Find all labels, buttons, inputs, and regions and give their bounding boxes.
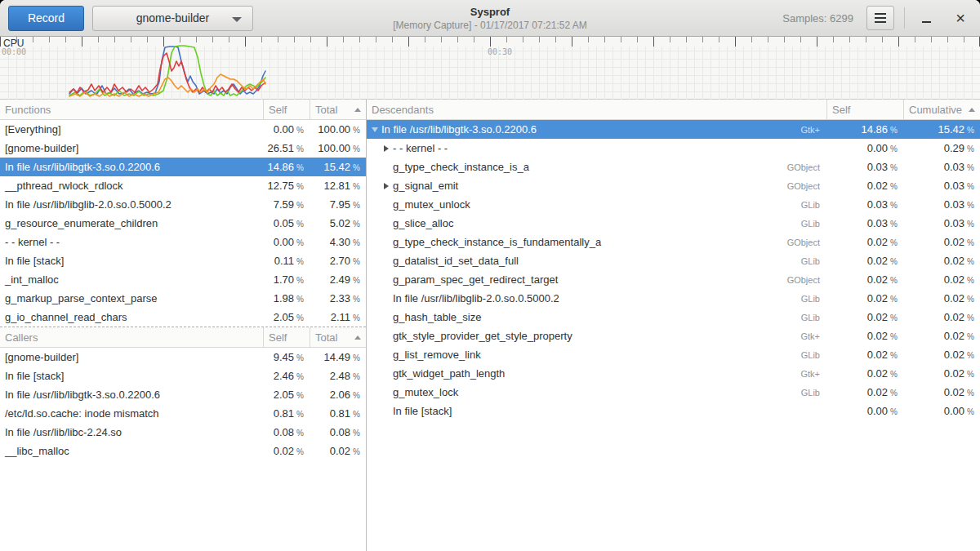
expander-closed-icon[interactable] bbox=[381, 183, 391, 189]
percent-sign: % bbox=[967, 276, 974, 285]
table-row[interactable]: _int_malloc1.70%2.49% bbox=[0, 270, 366, 289]
tree-row[interactable]: g_type_check_instance_is_aGObject0.03%0.… bbox=[367, 158, 980, 176]
function-name-cell: g_markup_parse_context_parse bbox=[0, 292, 263, 304]
samples-count: Samples: 6299 bbox=[782, 12, 853, 24]
function-name: __pthread_rwlock_rdlock bbox=[5, 180, 123, 192]
percent-sign: % bbox=[967, 201, 974, 210]
cumulative-value-number: 0.02 bbox=[944, 273, 964, 286]
library-tag: GLib bbox=[801, 350, 826, 360]
percent-sign: % bbox=[353, 201, 360, 210]
function-name: In file /usr/lib/libc-2.24.so bbox=[5, 426, 122, 438]
functions-total-column-header[interactable]: Total bbox=[310, 100, 366, 119]
window-title: Sysprof bbox=[470, 6, 510, 18]
tree-row[interactable]: gtk_style_provider_get_style_propertyGtk… bbox=[367, 327, 980, 345]
table-row[interactable]: In file /usr/lib/libgtk-3.so.0.2200.62.0… bbox=[0, 385, 366, 404]
tree-row[interactable]: g_slice_allocGLib0.03%0.03% bbox=[367, 214, 980, 233]
tree-row[interactable]: In file /usr/lib/libglib-2.0.so.0.5000.2… bbox=[367, 289, 980, 308]
descendant-name-cell: g_list_remove_linkGLib bbox=[367, 349, 826, 361]
table-row[interactable]: g_markup_parse_context_parse1.98%2.33% bbox=[0, 289, 366, 308]
functions-self-column-header[interactable]: Self bbox=[263, 100, 310, 119]
function-name-cell: In file /usr/lib/libglib-2.0.so.0.5000.2 bbox=[0, 198, 263, 211]
percent-sign: % bbox=[296, 429, 304, 438]
percent-sign: % bbox=[890, 351, 898, 360]
percent-sign: % bbox=[967, 220, 974, 229]
self-value-number: 0.02 bbox=[274, 445, 294, 457]
self-value: 0.02% bbox=[263, 445, 310, 457]
self-value: 0.05% bbox=[263, 217, 310, 229]
expander-open-icon[interactable] bbox=[370, 127, 380, 132]
total-value-number: 100.00 bbox=[318, 123, 350, 136]
total-value-number: 2.70 bbox=[330, 255, 350, 267]
percent-sign: % bbox=[890, 182, 898, 191]
tree-row[interactable]: g_mutex_lockGLib0.02%0.02% bbox=[367, 383, 980, 402]
tree-row[interactable]: - - kernel - -0.00%0.29% bbox=[367, 139, 980, 158]
self-value-number: 0.02 bbox=[867, 255, 888, 267]
tree-row[interactable]: g_mutex_unlockGLib0.03%0.03% bbox=[367, 195, 980, 214]
table-row[interactable]: In file /usr/lib/libgtk-3.so.0.2200.614.… bbox=[0, 158, 366, 176]
minimize-button[interactable] bbox=[915, 6, 938, 30]
descendants-cumulative-column-header[interactable]: Cumulative bbox=[903, 100, 980, 119]
tree-row[interactable]: gtk_widget_path_lengthGtk+0.02%0.02% bbox=[367, 364, 980, 383]
table-row[interactable]: g_io_channel_read_chars2.05%2.11% bbox=[0, 308, 366, 327]
tree-row[interactable]: In file [stack]0.00%0.00% bbox=[367, 402, 980, 420]
total-value: 14.49% bbox=[310, 351, 366, 363]
table-row[interactable]: In file [stack]2.46%2.48% bbox=[0, 367, 366, 385]
percent-sign: % bbox=[890, 257, 898, 266]
table-row[interactable]: [gnome-builder]9.45%14.49% bbox=[0, 348, 366, 367]
self-value-number: 2.05 bbox=[274, 389, 294, 401]
library-tag: GLib bbox=[801, 294, 826, 304]
tree-row[interactable]: g_type_check_instance_is_fundamentally_a… bbox=[367, 233, 980, 251]
function-name: [Everything] bbox=[5, 123, 61, 136]
percent-sign: % bbox=[967, 126, 974, 135]
descendants-column-header[interactable]: Descendants bbox=[367, 100, 826, 119]
menu-button[interactable] bbox=[866, 6, 894, 30]
self-value: 0.02% bbox=[826, 311, 903, 323]
table-row[interactable]: __pthread_rwlock_rdlock12.75%12.81% bbox=[0, 176, 366, 195]
process-selector-dropdown[interactable]: gnome-builder bbox=[92, 6, 253, 31]
sort-ascending-icon bbox=[354, 108, 361, 112]
library-tag: GLib bbox=[801, 388, 826, 398]
table-row[interactable]: In file /usr/lib/libc-2.24.so0.08%0.08% bbox=[0, 423, 366, 442]
percent-sign: % bbox=[296, 410, 304, 419]
callers-total-column-header[interactable]: Total bbox=[310, 327, 366, 347]
functions-header: Functions Self Total bbox=[0, 100, 366, 120]
tree-row[interactable]: In file /usr/lib/libgtk-3.so.0.2200.6Gtk… bbox=[367, 120, 980, 139]
self-value-number: 0.03 bbox=[867, 198, 888, 211]
descendant-name: g_datalist_id_set_data_full bbox=[393, 255, 519, 267]
tree-row[interactable]: g_hash_table_sizeGLib0.02%0.02% bbox=[367, 308, 980, 327]
descendant-name-cell: gtk_widget_path_lengthGtk+ bbox=[367, 367, 826, 380]
table-row[interactable]: - - kernel - -0.00%4.30% bbox=[0, 233, 366, 251]
callers-column-header[interactable]: Callers bbox=[0, 327, 263, 347]
descendants-self-column-header[interactable]: Self bbox=[826, 100, 903, 119]
tree-row[interactable]: g_datalist_id_set_data_fullGLib0.02%0.02… bbox=[367, 251, 980, 270]
self-value-number: 14.86 bbox=[268, 161, 295, 173]
tree-row[interactable]: g_signal_emitGObject0.02%0.03% bbox=[367, 176, 980, 195]
functions-column-header[interactable]: Functions bbox=[0, 100, 263, 119]
table-row[interactable]: In file [stack]0.11%2.70% bbox=[0, 251, 366, 270]
percent-sign: % bbox=[296, 126, 304, 135]
table-row[interactable]: g_resource_enumerate_children0.05%5.02% bbox=[0, 214, 366, 233]
percent-sign: % bbox=[967, 144, 974, 153]
table-row[interactable]: /etc/ld.so.cache: inode mismatch0.81%0.8… bbox=[0, 404, 366, 423]
table-row[interactable]: __libc_malloc0.02%0.02% bbox=[0, 442, 366, 460]
record-button[interactable]: Record bbox=[8, 6, 84, 31]
expander-closed-icon[interactable] bbox=[381, 145, 391, 152]
table-row[interactable]: In file /usr/lib/libglib-2.0.so.0.5000.2… bbox=[0, 195, 366, 214]
percent-sign: % bbox=[353, 410, 360, 419]
tree-row[interactable]: g_list_remove_linkGLib0.02%0.02% bbox=[367, 345, 980, 364]
percent-sign: % bbox=[967, 332, 974, 341]
cumulative-value: 15.42% bbox=[903, 123, 980, 136]
callers-self-column-header[interactable]: Self bbox=[263, 327, 310, 347]
total-value-number: 2.49 bbox=[330, 273, 350, 286]
close-button[interactable]: × bbox=[949, 6, 972, 30]
cumulative-value: 0.02% bbox=[903, 330, 980, 342]
self-value-number: 0.11 bbox=[274, 255, 294, 267]
descendant-name-cell: In file /usr/lib/libgtk-3.so.0.2200.6Gtk… bbox=[367, 123, 826, 136]
tree-row[interactable]: g_param_spec_get_redirect_targetGObject0… bbox=[367, 270, 980, 289]
close-icon: × bbox=[956, 9, 965, 28]
self-value-number: 26.51 bbox=[268, 142, 295, 154]
table-row[interactable]: [Everything]0.00%100.00% bbox=[0, 120, 366, 139]
cpu-graph[interactable]: CPU 00:00 00:30 bbox=[0, 37, 980, 100]
library-tag: GLib bbox=[801, 200, 826, 210]
table-row[interactable]: [gnome-builder]26.51%100.00% bbox=[0, 139, 366, 158]
